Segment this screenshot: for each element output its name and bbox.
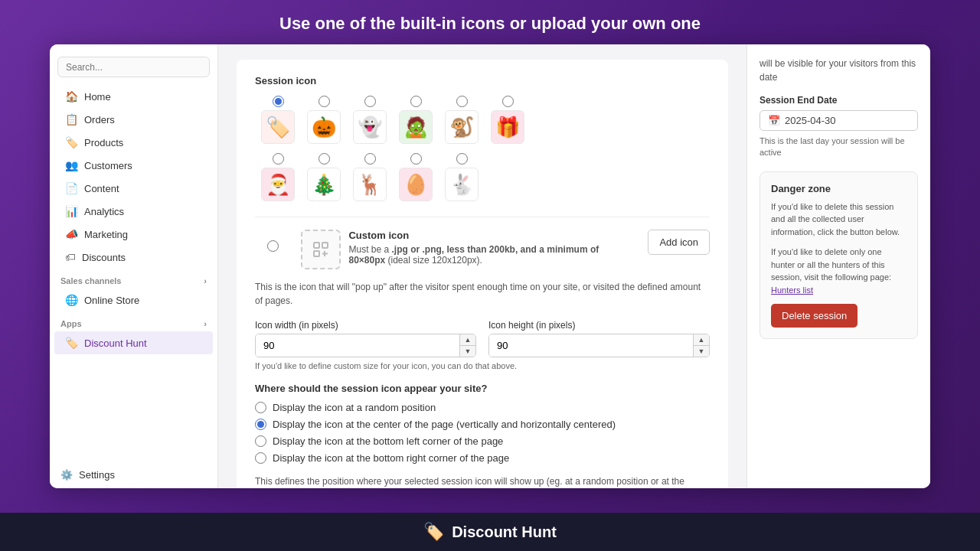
icon-height-group: Icon height (in pixels) ▲ ▼: [488, 320, 710, 357]
position-label-0: Display the icon at a random position: [273, 402, 436, 413]
session-icon-label: Session icon: [255, 75, 710, 86]
icon-height-label: Icon height (in pixels): [488, 320, 710, 331]
discount-hunt-icon: 🏷️: [65, 337, 78, 349]
session-end-date-input[interactable]: 📅 2025-04-30: [760, 110, 918, 131]
icon-radio-8[interactable]: [364, 153, 376, 165]
custom-icon-title: Custom icon: [348, 230, 637, 241]
position-option-1: Display the icon at the center of the pa…: [255, 419, 710, 430]
position-radio-1[interactable]: [255, 419, 266, 430]
position-label-3: Display the icon at the bottom right cor…: [273, 452, 509, 464]
sidebar-item-home[interactable]: 🏠 Home: [54, 85, 213, 108]
sidebar: 🏠 Home 📋 Orders 🏷️ Products 👥 Customers …: [50, 44, 218, 488]
icon-width-down[interactable]: ▼: [460, 346, 475, 357]
icon-img-1[interactable]: 🎃: [307, 110, 341, 144]
session-icon-card: Session icon 🏷️ 🎃 👻 🧟 🐒 🎁: [237, 60, 728, 488]
icon-img-4[interactable]: 🐒: [445, 110, 479, 144]
position-note: This defines the position where your sel…: [255, 474, 710, 488]
icon-row-1-imgs: 🏷️ 🎃 👻 🧟 🐒 🎁: [255, 110, 710, 144]
customers-icon: 👥: [65, 159, 78, 171]
position-radio-2[interactable]: [255, 435, 266, 447]
icon-radio-9[interactable]: [410, 153, 422, 165]
sidebar-item-marketing[interactable]: 📣 Marketing: [54, 223, 213, 246]
icon-width-input[interactable]: [256, 334, 459, 357]
discounts-icon: 🏷: [65, 251, 76, 263]
session-end-date-label: Session End Date: [760, 95, 918, 106]
date-value: 2025-04-30: [785, 115, 836, 126]
settings-icon: ⚙️: [60, 469, 73, 481]
position-title: Where should the session icon appear you…: [255, 383, 710, 394]
sidebar-item-online-store[interactable]: 🌐 Online Store: [54, 289, 213, 311]
position-radio-3[interactable]: [255, 452, 266, 464]
icon-radio-10[interactable]: [456, 153, 468, 165]
icon-height-down[interactable]: ▼: [694, 346, 709, 357]
icon-radio-5[interactable]: [502, 96, 514, 107]
icon-height-input[interactable]: [489, 334, 693, 357]
sidebar-item-discount-hunt[interactable]: 🏷️ Discount Hunt: [54, 331, 213, 354]
sidebar-item-discounts[interactable]: 🏷 Discounts: [54, 246, 213, 269]
custom-size-note: If you'd like to define custom size for …: [255, 361, 710, 370]
add-icon-button[interactable]: Add icon: [648, 230, 710, 255]
icon-img-3[interactable]: 🧟: [399, 110, 433, 144]
position-label-2: Display the icon at the bottom left corn…: [273, 435, 503, 447]
custom-icon-section: Custom icon Must be a .jpg or .png, less…: [255, 217, 710, 269]
sidebar-item-analytics[interactable]: 📊 Analytics: [54, 200, 213, 223]
settings-item[interactable]: ⚙️ Settings: [50, 461, 217, 488]
sidebar-item-orders[interactable]: 📋 Orders: [54, 108, 213, 131]
sidebar-item-products[interactable]: 🏷️ Products: [54, 131, 213, 154]
custom-icon-left: Custom icon Must be a .jpg or .png, less…: [301, 230, 637, 269]
icon-radio-2[interactable]: [364, 96, 376, 107]
icon-radio-3[interactable]: [410, 96, 422, 107]
visibility-note: will be visible for your visitors from t…: [760, 57, 918, 84]
content-icon: 📄: [65, 182, 78, 194]
icon-radio-1[interactable]: [318, 96, 330, 107]
icon-img-10[interactable]: 🐇: [445, 168, 479, 201]
icon-width-up[interactable]: ▲: [460, 334, 475, 346]
sidebar-item-customers[interactable]: 👥 Customers: [54, 154, 213, 177]
icon-radio-4[interactable]: [456, 96, 468, 107]
icon-img-7[interactable]: 🎄: [307, 168, 341, 201]
custom-icon-info: Custom icon Must be a .jpg or .png, less…: [348, 230, 637, 266]
analytics-icon: 📊: [65, 205, 78, 217]
danger-zone-title: Danger zone: [771, 183, 906, 194]
search-input[interactable]: [66, 62, 201, 73]
position-label-1: Display the icon at the center of the pa…: [273, 419, 616, 430]
danger-zone: Danger zone If you'd like to delete this…: [760, 171, 918, 340]
bottom-bar-icon: 🏷️: [423, 522, 444, 542]
size-inputs-row: Icon width (in pixels) ▲ ▼ Icon height (…: [255, 320, 710, 357]
svg-rect-1: [322, 243, 328, 248]
icon-radio-6[interactable]: [273, 153, 284, 165]
products-icon: 🏷️: [65, 136, 78, 148]
svg-rect-2: [314, 251, 319, 256]
icon-img-0[interactable]: 🏷️: [261, 110, 295, 144]
danger-zone-text2: If you'd like to delete only one hunter …: [771, 246, 906, 296]
hunters-list-link[interactable]: Hunters list: [771, 285, 813, 295]
icon-height-up[interactable]: ▲: [694, 334, 709, 346]
custom-icon-radio[interactable]: [267, 240, 279, 252]
icon-img-8[interactable]: 🦌: [353, 168, 387, 201]
icon-img-6[interactable]: 🎅: [261, 168, 295, 201]
icon-radio-0[interactable]: [273, 96, 284, 107]
icon-width-group: Icon width (in pixels) ▲ ▼: [255, 320, 476, 357]
svg-rect-0: [314, 243, 319, 248]
icon-row-2: [255, 153, 710, 165]
icon-row-1: [255, 96, 710, 107]
apps-section: Apps ›: [50, 311, 217, 331]
sidebar-item-content[interactable]: 📄 Content: [54, 177, 213, 200]
position-section: Where should the session icon appear you…: [255, 383, 710, 488]
custom-icon-desc: Must be a .jpg or .png, less than 200kb,…: [348, 244, 637, 266]
online-store-icon: 🌐: [65, 294, 78, 306]
icon-img-9[interactable]: 🥚: [399, 168, 433, 201]
icon-img-5[interactable]: 🎁: [491, 110, 524, 144]
position-radio-0[interactable]: [255, 402, 266, 413]
bottom-bar: 🏷️ Discount Hunt: [0, 513, 980, 551]
calendar-icon: 📅: [768, 115, 780, 126]
bottom-bar-label: Discount Hunt: [452, 523, 557, 541]
icons-grid: 🏷️ 🎃 👻 🧟 🐒 🎁 🎅 🎄: [255, 96, 710, 204]
danger-zone-text1: If you'd like to delete this session and…: [771, 201, 906, 239]
delete-session-button[interactable]: Delete session: [771, 304, 858, 328]
orders-icon: 📋: [65, 113, 78, 126]
position-option-3: Display the icon at the bottom right cor…: [255, 452, 710, 464]
icon-radio-7[interactable]: [318, 153, 330, 165]
icon-img-2[interactable]: 👻: [353, 110, 387, 144]
sales-channels-section: Sales channels ›: [50, 269, 217, 289]
